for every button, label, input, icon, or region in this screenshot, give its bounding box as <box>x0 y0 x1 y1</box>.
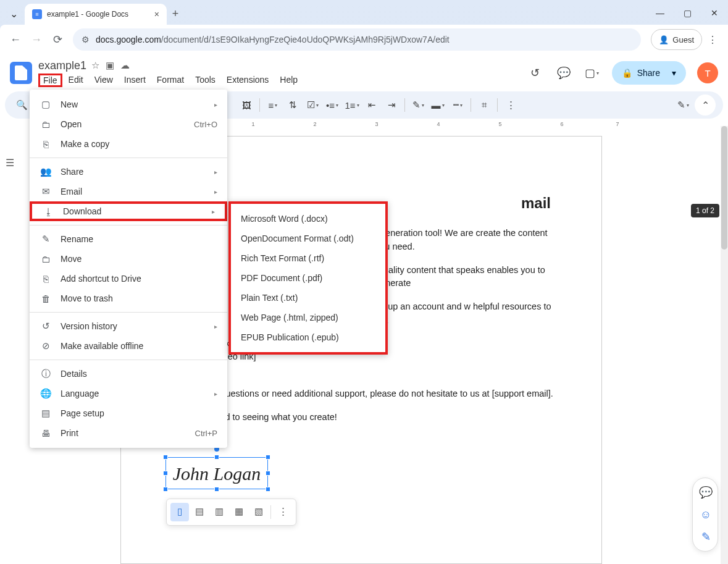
menu-download[interactable]: ⭳Download▸ <box>30 201 227 221</box>
menubar-format[interactable]: Format <box>152 74 189 87</box>
resize-handle[interactable] <box>266 471 270 476</box>
checklist-dropdown[interactable]: ☑ <box>303 96 322 114</box>
history-icon[interactable]: ↺ <box>527 64 544 82</box>
emoji-react-icon[interactable]: ☺ <box>697 504 715 525</box>
menu-print[interactable]: 🖶PrintCtrl+P <box>30 423 227 443</box>
document-title[interactable]: example1 <box>38 59 86 72</box>
share-dropdown[interactable]: ▾ <box>665 64 682 82</box>
image-options-icon[interactable]: ⋮ <box>274 503 292 521</box>
tab-close-icon[interactable]: × <box>154 9 159 19</box>
new-tab-button[interactable]: + <box>167 5 184 22</box>
border-dash-dropdown[interactable]: ┅ <box>448 96 467 114</box>
menu-make-copy[interactable]: ⎘Make a copy <box>30 134 227 154</box>
menu-move[interactable]: 🗀Move <box>30 249 227 269</box>
border-weight-dropdown[interactable]: ▬ <box>429 96 447 114</box>
indent-decrease-icon[interactable]: ⇤ <box>362 96 381 114</box>
nav-back[interactable]: ← <box>5 29 26 50</box>
window-close[interactable]: ✕ <box>701 1 728 25</box>
menu-page-setup[interactable]: ▤Page setup <box>30 403 227 423</box>
menu-version-history[interactable]: ↺Version history▸ <box>30 316 227 336</box>
resize-handle[interactable] <box>163 487 168 492</box>
menubar-view[interactable]: View <box>90 74 118 87</box>
align-dropdown[interactable]: ≡ <box>264 96 282 114</box>
inline-wrap-icon[interactable]: ▯ <box>170 503 189 521</box>
window-maximize[interactable]: ▢ <box>674 1 701 25</box>
collapse-toolbar-icon[interactable]: ⌃ <box>695 95 716 116</box>
url-bar[interactable]: ⚙ docs.google.com/document/d/1sE9OIkaHyn… <box>73 28 641 51</box>
menu-language[interactable]: 🌐Language▸ <box>30 384 227 403</box>
menu-email[interactable]: ✉Email▸ <box>30 182 227 201</box>
menu-trash[interactable]: 🗑Move to trash <box>30 288 227 308</box>
editing-mode-dropdown[interactable]: ✎ <box>674 96 692 114</box>
suggest-edits-icon[interactable]: ✎ <box>697 526 715 547</box>
tab-search-dropdown[interactable]: ⌄ <box>5 5 22 22</box>
crop-image-icon[interactable]: ⌗ <box>475 96 493 114</box>
window-minimize[interactable]: — <box>646 1 674 25</box>
menubar-file[interactable]: File <box>38 74 62 87</box>
move-to-folder-icon[interactable]: ▣ <box>106 60 114 71</box>
break-text-icon[interactable]: ▥ <box>210 503 228 521</box>
menu-rename[interactable]: ✎Rename <box>30 229 227 249</box>
download-docx[interactable]: Microsoft Word (.docx) <box>231 209 385 229</box>
line-spacing-icon[interactable]: ⇅ <box>283 96 302 114</box>
download-pdf[interactable]: PDF Document (.pdf) <box>231 268 385 288</box>
meet-icon[interactable]: ▢ <box>584 64 601 82</box>
menubar-insert[interactable]: Insert <box>119 74 151 87</box>
page-count-badge: 1 of 2 <box>691 204 719 217</box>
more-toolbar-icon[interactable]: ⋮ <box>501 96 520 114</box>
vertical-scrollbar[interactable] <box>721 126 728 564</box>
resize-handle[interactable] <box>214 455 219 460</box>
url-path: /document/d/1sE9OIkaHyngFzeQie4oUdoQPWKs… <box>161 35 450 44</box>
outline-toggle-icon[interactable]: ☰ <box>0 152 20 173</box>
wrap-text-icon[interactable]: ▤ <box>190 503 209 521</box>
download-odt[interactable]: OpenDocument Format (.odt) <box>231 229 385 248</box>
behind-text-icon[interactable]: ▦ <box>230 503 248 521</box>
menu-new[interactable]: ▢New▸ <box>30 95 227 114</box>
bulleted-list-dropdown[interactable]: •≡ <box>323 96 341 114</box>
resize-handle[interactable] <box>163 471 168 476</box>
selected-image-signature[interactable]: John Logan ▯ ▤ ▥ ▦ ▧ ⋮ <box>165 457 268 489</box>
menu-share[interactable]: 👥Share▸ <box>30 162 227 182</box>
menubar-extensions[interactable]: Extensions <box>222 74 274 87</box>
menu-add-shortcut[interactable]: ⎘Add shortcut to Drive <box>30 269 227 288</box>
new-doc-icon: ▢ <box>40 99 52 110</box>
indent-increase-icon[interactable]: ⇥ <box>382 96 401 114</box>
download-epub[interactable]: EPUB Publication (.epub) <box>231 327 385 347</box>
numbered-list-dropdown[interactable]: 1≡ <box>343 96 361 114</box>
nav-reload[interactable]: ⟳ <box>47 29 68 50</box>
resize-handle[interactable] <box>214 487 219 492</box>
download-txt[interactable]: Plain Text (.txt) <box>231 288 385 308</box>
scroll-thumb[interactable] <box>721 126 727 250</box>
front-text-icon[interactable]: ▧ <box>249 503 268 521</box>
resize-handle[interactable] <box>266 455 270 460</box>
resize-handle[interactable] <box>163 455 168 460</box>
border-color-dropdown[interactable]: ✎ <box>409 96 427 114</box>
add-comment-icon[interactable]: 💬 <box>697 482 715 503</box>
download-rtf[interactable]: Rich Text Format (.rtf) <box>231 248 385 268</box>
history-icon: ↺ <box>40 321 52 332</box>
resize-handle[interactable] <box>266 487 270 492</box>
browser-menu[interactable]: ⋮ <box>702 34 723 46</box>
insert-image-icon[interactable]: 🖼 <box>237 96 256 114</box>
tab-bar: ⌄ ≡ example1 - Google Docs × + — ▢ ✕ <box>0 0 728 25</box>
site-settings-icon[interactable]: ⚙ <box>82 35 90 44</box>
menubar-edit[interactable]: Edit <box>64 74 88 87</box>
share-button[interactable]: 🔒 Share ▾ <box>612 61 686 85</box>
menubar: File Edit View Insert Format Tools Exten… <box>38 74 303 87</box>
docs-logo[interactable] <box>10 62 32 84</box>
menu-offline[interactable]: ⊘Make available offline <box>30 336 227 356</box>
browser-tab-active[interactable]: ≡ example1 - Google Docs × <box>25 4 167 25</box>
star-icon[interactable]: ☆ <box>91 60 99 71</box>
nav-forward[interactable]: → <box>26 29 47 50</box>
download-html[interactable]: Web Page (.html, zipped) <box>231 308 385 327</box>
share-icon: 👥 <box>40 166 52 177</box>
comments-icon[interactable]: 💬 <box>555 64 572 82</box>
menubar-tools[interactable]: Tools <box>190 74 220 87</box>
menu-details[interactable]: ⓘDetails <box>30 364 227 384</box>
menubar-help[interactable]: Help <box>275 74 303 87</box>
account-avatar[interactable]: T <box>697 62 718 83</box>
cloud-status-icon[interactable]: ☁ <box>120 60 130 71</box>
guest-profile-chip[interactable]: 👤 Guest <box>651 29 702 50</box>
menu-open[interactable]: 🗀OpenCtrl+O <box>30 114 227 134</box>
search-menus-icon[interactable]: 🔍 <box>12 96 31 114</box>
